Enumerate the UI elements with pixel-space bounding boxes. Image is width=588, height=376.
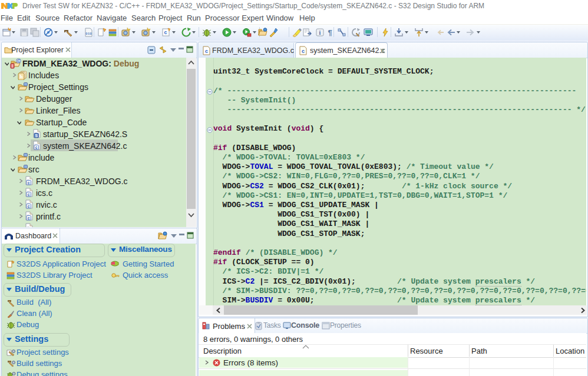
svg-text:c: c [164, 29, 167, 35]
svg-text:C: C [17, 59, 20, 63]
svg-text:c: c [205, 48, 208, 54]
svg-text:¶: ¶ [328, 28, 332, 37]
svg-text:c: c [28, 216, 30, 220]
svg-text:c: c [28, 192, 30, 197]
svg-text:i: i [319, 29, 321, 36]
svg-text:c: c [302, 48, 305, 54]
svg-text:S: S [35, 134, 38, 138]
svg-text:c: c [28, 181, 30, 185]
svg-text:c: c [35, 145, 38, 149]
svg-text:c: c [28, 204, 30, 208]
svg-text:010: 010 [85, 32, 92, 36]
svg-text:h: h [19, 74, 22, 79]
